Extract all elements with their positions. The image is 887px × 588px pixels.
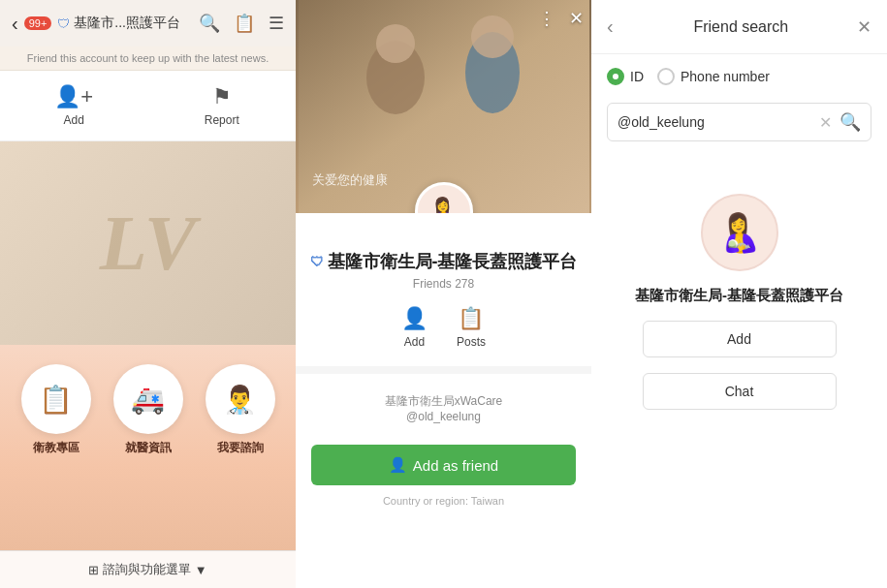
bottom-bar-label: 諮詢與功能選單 xyxy=(103,561,191,578)
back-icon[interactable]: ‹ xyxy=(12,13,18,35)
mid-profile-content: 🛡 基隆市衛生局-基隆長蓋照護平台 Friends 278 👤 Add 📋 Po… xyxy=(296,213,591,524)
phone-toggle[interactable]: Phone number xyxy=(657,68,770,85)
bottom-menu-bar[interactable]: ⊞ 諮詢與功能選單 ▼ xyxy=(0,550,296,588)
section1-label: 衛教專區 xyxy=(33,440,79,456)
icons-row: 📋 衛教專區 🚑 就醫資訊 👨‍⚕️ 我要諮詢 xyxy=(0,345,296,466)
bottom-icon: ⊞ xyxy=(88,563,99,577)
svg-point-4 xyxy=(471,15,514,58)
friend-notice: Friend this account to keep up with the … xyxy=(0,46,296,71)
menu-icon[interactable]: ☰ xyxy=(269,13,284,34)
left-panel: ‹ 99+ 🛡 基隆市...照護平台 🔍 📋 ☰ Friend this acc… xyxy=(0,0,296,588)
add-label: Add xyxy=(64,113,84,127)
add-friend-icon: 👤 xyxy=(389,456,407,474)
mid-action-row: 👤 Add 📋 Posts xyxy=(401,306,486,349)
account-handle: @old_keelung xyxy=(385,410,503,423)
right-result-area: 🤱 基隆市衛生局-基隆長蓋照護平台 Add Chat xyxy=(591,155,887,588)
note-icon[interactable]: 📋 xyxy=(234,13,255,34)
mid-divider xyxy=(296,366,591,374)
add-friend-label: Add as friend xyxy=(413,457,498,474)
shield-icon: 🛡 xyxy=(57,16,70,31)
mid-account-info: 基隆市衛生局xWaCare @old_keelung xyxy=(369,382,519,435)
section3-item[interactable]: 👨‍⚕️ 我要諮詢 xyxy=(206,364,275,456)
search-icon[interactable]: 🔍 xyxy=(199,13,220,34)
lv-logo: LV xyxy=(100,200,196,288)
id-toggle-label: ID xyxy=(630,69,644,84)
profile-name: 🛡 基隆市衛生局-基隆長蓋照護平台 xyxy=(310,250,578,273)
avatar-emoji: 🤱 xyxy=(427,196,460,214)
clear-icon[interactable]: ✕ xyxy=(819,113,832,132)
hero-overlay: 关爱您的健康 xyxy=(296,0,591,213)
result-avatar-emoji: 🤱 xyxy=(716,211,762,254)
result-name: 基隆市衛生局-基隆長蓋照護平台 xyxy=(635,287,843,305)
mid-posts-label: Posts xyxy=(457,335,486,349)
right-toggle-row: ID Phone number xyxy=(591,54,887,99)
mid-posts-icon: 📋 xyxy=(458,306,484,331)
hero-image: 关爱您的健康 xyxy=(299,0,589,213)
right-search-bar: ✕ 🔍 xyxy=(607,103,871,141)
section1-icon: 📋 xyxy=(21,364,91,434)
right-panel: ‹ Friend search ✕ ID Phone number ✕ 🔍 🤱 … xyxy=(591,0,887,588)
result-add-button[interactable]: Add xyxy=(643,321,837,357)
middle-panel: ⋮ ✕ 关爱您的健康 xyxy=(296,0,591,588)
result-chat-button[interactable]: Chat xyxy=(643,373,837,410)
shield-icon: 🛡 xyxy=(310,254,324,269)
phone-toggle-label: Phone number xyxy=(681,69,770,84)
section2-icon: 🚑 xyxy=(113,364,183,434)
section3-label: 我要諮詢 xyxy=(217,440,264,456)
notif-badge[interactable]: 99+ xyxy=(24,16,52,30)
mid-add-button[interactable]: 👤 Add xyxy=(401,306,428,349)
profile-name-text: 基隆市衛生局-基隆長蓋照護平台 xyxy=(328,250,578,273)
report-label: Report xyxy=(205,113,239,127)
id-toggle[interactable]: ID xyxy=(607,68,644,85)
section2-label: 就醫資訊 xyxy=(125,440,172,456)
report-icon: ⚑ xyxy=(212,84,232,109)
svg-text:关爱您的健康: 关爱您的健康 xyxy=(312,172,388,187)
result-avatar: 🤱 xyxy=(701,194,778,271)
id-toggle-dot xyxy=(607,68,624,85)
country-label: Country or region: Taiwan xyxy=(383,495,504,514)
add-icon: 👤+ xyxy=(54,84,93,109)
add-button[interactable]: 👤+ Add xyxy=(0,71,148,140)
right-top-bar: ‹ Friend search ✕ xyxy=(591,0,887,54)
more-icon[interactable]: ⋮ xyxy=(538,8,555,29)
search-icon[interactable]: 🔍 xyxy=(839,111,861,133)
right-back-button[interactable]: ‹ xyxy=(607,15,614,38)
account-id: 基隆市衛生局xWaCare xyxy=(385,393,503,410)
section2-item[interactable]: 🚑 就醫資訊 xyxy=(113,364,183,456)
lv-banner: LV xyxy=(0,141,296,345)
title-area: 99+ 🛡 基隆市...照護平台 xyxy=(24,15,199,32)
phone-toggle-dot xyxy=(657,68,675,85)
mid-add-icon: 👤 xyxy=(401,306,428,331)
mid-add-label: Add xyxy=(404,335,425,349)
add-report-row: 👤+ Add ⚑ Report xyxy=(0,71,296,141)
section1-item[interactable]: 📋 衛教專區 xyxy=(21,364,91,456)
top-icons: 🔍 📋 ☰ xyxy=(199,13,284,34)
search-input[interactable] xyxy=(618,114,811,130)
friends-count: Friends 278 xyxy=(413,277,474,291)
add-friend-button[interactable]: 👤 Add as friend xyxy=(311,445,576,485)
report-button[interactable]: ⚑ Report xyxy=(148,71,297,140)
bottom-section: 📋 衛教專區 🚑 就醫資訊 👨‍⚕️ 我要諮詢 ⊞ 諮詢與功能選單 ▼ xyxy=(0,345,296,588)
svg-point-2 xyxy=(376,24,415,63)
mid-top-bar: ⋮ ✕ xyxy=(538,8,584,29)
right-title: Friend search xyxy=(625,18,857,36)
page-title: 基隆市...照護平台 xyxy=(74,15,180,32)
section3-icon: 👨‍⚕️ xyxy=(206,364,275,434)
profile-hero: 关爱您的健康 🤱 xyxy=(296,0,591,213)
close-icon[interactable]: ✕ xyxy=(569,8,584,29)
left-top-bar: ‹ 99+ 🛡 基隆市...照護平台 🔍 📋 ☰ xyxy=(0,0,296,46)
mid-posts-button[interactable]: 📋 Posts xyxy=(457,306,486,349)
bottom-bar-arrow: ▼ xyxy=(195,563,207,577)
right-close-button[interactable]: ✕ xyxy=(857,16,871,38)
